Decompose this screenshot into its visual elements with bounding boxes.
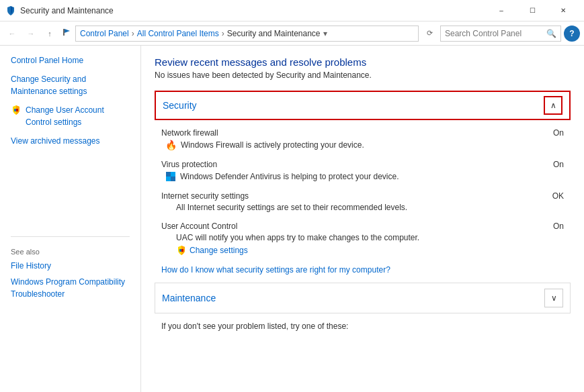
firewall-status: On xyxy=(553,128,564,138)
firewall-name: Network firewall xyxy=(161,128,218,138)
sidebar-item-file-history[interactable]: File History xyxy=(0,258,140,274)
defender-icon xyxy=(165,171,176,182)
back-button[interactable]: ← xyxy=(4,26,20,42)
uac-status: On xyxy=(553,222,564,231)
svg-rect-11 xyxy=(181,249,183,250)
security-item-internet: Internet security settings OK All Intern… xyxy=(161,191,564,212)
svg-marker-1 xyxy=(65,29,70,33)
breadcrumb-all-items[interactable]: All Control Panel Items xyxy=(137,29,219,38)
internet-status: OK xyxy=(552,191,564,201)
sidebar-item-archived[interactable]: View archived messages xyxy=(0,133,140,149)
svg-rect-12 xyxy=(179,250,181,252)
uac-shield-icon xyxy=(176,245,187,256)
svg-rect-7 xyxy=(171,172,175,177)
breadcrumb-control-panel[interactable]: Control Panel xyxy=(80,29,129,38)
sidebar-item-uac[interactable]: Change User Account Control settings xyxy=(0,102,140,130)
minimize-button[interactable]: – xyxy=(486,0,517,21)
how-do-link[interactable]: How do I know what security settings are… xyxy=(161,265,564,275)
sidebar-item-change-settings[interactable]: Change Security and Maintenance settings xyxy=(0,71,140,99)
virus-status: On xyxy=(553,160,564,169)
maintenance-collapse-button[interactable]: ∨ xyxy=(544,289,563,307)
search-input[interactable] xyxy=(445,29,544,38)
firewall-desc: Windows Firewall is actively protecting … xyxy=(181,140,364,150)
maximize-button[interactable]: ☐ xyxy=(517,0,548,21)
svg-rect-8 xyxy=(166,177,171,181)
svg-rect-10 xyxy=(179,249,181,250)
up-button[interactable]: ↑ xyxy=(42,26,58,42)
sidebar: Control Panel Home Change Security and M… xyxy=(0,46,141,392)
svg-rect-5 xyxy=(16,110,18,111)
maintenance-title[interactable]: Maintenance xyxy=(162,293,216,303)
bottom-text: If you don't see your problem listed, tr… xyxy=(155,322,571,331)
maintenance-section-header[interactable]: Maintenance ∨ xyxy=(155,283,571,313)
search-box[interactable]: 🔍 xyxy=(440,26,561,42)
close-button[interactable]: ✕ xyxy=(548,0,579,21)
window-title: Security and Maintenance xyxy=(20,6,114,15)
sidebar-divider xyxy=(11,236,130,237)
uac-change-link[interactable]: Change settings xyxy=(190,246,248,255)
main-layout: Control Panel Home Change Security and M… xyxy=(0,46,584,392)
svg-rect-4 xyxy=(14,110,16,111)
svg-rect-3 xyxy=(16,109,18,110)
uac-desc: UAC will notify you when apps try to mak… xyxy=(176,233,419,242)
see-also-label: See also xyxy=(0,244,140,258)
sidebar-item-home[interactable]: Control Panel Home xyxy=(0,52,140,68)
security-collapse-button[interactable]: ∧ xyxy=(544,96,562,115)
security-item-firewall: Network firewall On 🔥 Windows Firewall i… xyxy=(161,128,564,150)
window-controls: – ☐ ✕ xyxy=(486,0,579,21)
search-icon: 🔍 xyxy=(546,29,556,38)
forward-button[interactable]: → xyxy=(23,26,39,42)
content-area: Review recent messages and resolve probl… xyxy=(141,46,584,392)
security-items: Network firewall On 🔥 Windows Firewall i… xyxy=(155,128,571,256)
security-title[interactable]: Security xyxy=(163,100,197,111)
virus-desc: Windows Defender Antivirus is helping to… xyxy=(180,172,399,181)
refresh-button[interactable]: ⟳ xyxy=(421,26,437,42)
breadcrumb[interactable]: Control Panel › All Control Panel Items … xyxy=(75,26,419,42)
svg-rect-13 xyxy=(181,250,183,252)
flag-icon xyxy=(62,28,71,39)
uac-name: User Account Control xyxy=(161,222,237,231)
page-subtitle: No issues have been detected by Security… xyxy=(155,70,571,80)
address-bar: ← → ↑ Control Panel › All Control Panel … xyxy=(0,21,584,46)
window-icon xyxy=(5,5,16,16)
help-button[interactable]: ? xyxy=(564,26,580,42)
shield-icon xyxy=(11,105,22,115)
breadcrumb-current: Security and Maintenance xyxy=(227,29,321,38)
svg-rect-0 xyxy=(63,29,65,36)
internet-desc: All Internet security settings are set t… xyxy=(176,203,407,212)
virus-name: Virus protection xyxy=(161,160,217,169)
sidebar-item-uac-label: Change User Account Control settings xyxy=(26,104,130,128)
svg-rect-9 xyxy=(171,177,175,181)
security-section-header[interactable]: Security ∧ xyxy=(155,91,571,120)
svg-rect-2 xyxy=(14,109,16,110)
security-item-virus: Virus protection On Windows Defender Ant… xyxy=(161,160,564,182)
breadcrumb-dropdown[interactable]: ▾ xyxy=(323,29,327,38)
svg-rect-6 xyxy=(166,172,171,177)
page-title: Review recent messages and resolve probl… xyxy=(155,56,571,68)
firewall-icon: 🔥 xyxy=(165,140,177,150)
internet-name: Internet security settings xyxy=(161,191,249,201)
sidebar-item-compat-troubleshooter[interactable]: Windows Program Compatibility Troublesho… xyxy=(0,274,140,302)
title-bar: Security and Maintenance – ☐ ✕ xyxy=(0,0,584,21)
security-item-uac: User Account Control On UAC will notify … xyxy=(161,222,564,256)
